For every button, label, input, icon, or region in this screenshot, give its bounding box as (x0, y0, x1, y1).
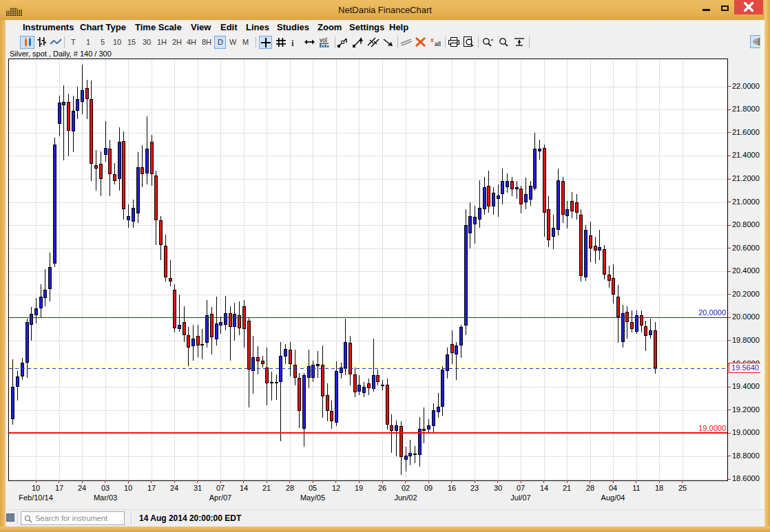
svg-text:19,0000: 19,0000 (698, 424, 726, 432)
svg-text:all: all (435, 41, 441, 47)
svg-text:20,0000: 20,0000 (698, 308, 726, 317)
svg-text:x: x (430, 36, 434, 43)
svg-text:vol: vol (320, 36, 327, 43)
